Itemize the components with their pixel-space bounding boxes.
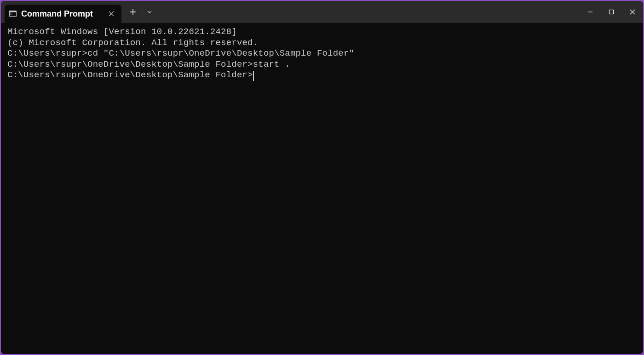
terminal-cursor bbox=[253, 71, 254, 81]
terminal-line: C:\Users\rsupr>cd "C:\Users\rsupr\OneDri… bbox=[7, 48, 637, 59]
svg-rect-3 bbox=[610, 10, 614, 14]
tab-close-button[interactable] bbox=[107, 9, 116, 18]
tab-title: Command Prompt bbox=[21, 9, 93, 19]
close-button[interactable] bbox=[622, 1, 643, 23]
window-controls bbox=[580, 1, 643, 23]
titlebar: >_ Command Prompt bbox=[1, 1, 643, 23]
titlebar-drag-region[interactable] bbox=[155, 1, 580, 23]
terminal-icon: >_ bbox=[9, 10, 17, 17]
terminal-line: (c) Microsoft Corporation. All rights re… bbox=[7, 38, 637, 49]
terminal-output[interactable]: Microsoft Windows [Version 10.0.22621.24… bbox=[1, 23, 643, 354]
terminal-line: C:\Users\rsupr\OneDrive\Desktop\Sample F… bbox=[7, 70, 637, 81]
tab-command-prompt[interactable]: >_ Command Prompt bbox=[5, 5, 121, 23]
terminal-line: C:\Users\rsupr\OneDrive\Desktop\Sample F… bbox=[7, 59, 637, 70]
new-tab-button[interactable] bbox=[125, 5, 141, 19]
tab-strip: >_ Command Prompt bbox=[1, 1, 121, 23]
maximize-button[interactable] bbox=[601, 1, 622, 23]
minimize-button[interactable] bbox=[580, 1, 601, 23]
svg-text:>_: >_ bbox=[10, 12, 14, 16]
new-tab-region bbox=[121, 1, 155, 23]
terminal-line: Microsoft Windows [Version 10.0.22621.24… bbox=[7, 27, 637, 38]
terminal-window: >_ Command Prompt bbox=[1, 1, 643, 354]
tab-dropdown-button[interactable] bbox=[143, 5, 155, 19]
